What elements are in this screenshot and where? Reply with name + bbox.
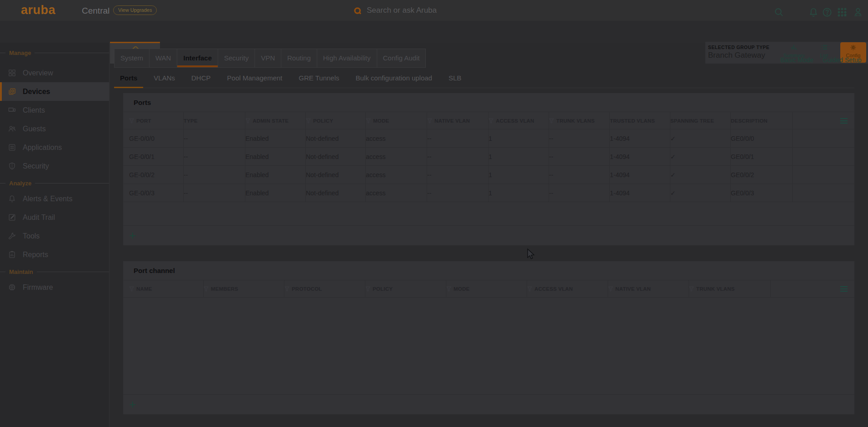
- tab-vpn[interactable]: VPN: [255, 49, 281, 68]
- subtab-vlans[interactable]: VLANs: [148, 71, 181, 88]
- context-bar: UI-BGW-01 Gateways SELECTED GROUP TYPE B…: [0, 21, 868, 43]
- product-name: Central: [82, 6, 110, 16]
- aruba-central-page: aruba Central View Upgrades Search or as…: [0, 0, 868, 427]
- table-row[interactable]: GE-0/0/3 -- Enabled Not-defined access -…: [123, 184, 854, 202]
- filter-funnel-icon[interactable]: [204, 286, 209, 292]
- ports-table-header: PORT TYPE ADMIN STATE POLICY MODE NATIVE…: [123, 112, 854, 129]
- aruba-search-icon: [354, 6, 362, 15]
- aruba-logo: aruba: [21, 3, 55, 17]
- table-row[interactable]: GE-0/0/2 -- Enabled Not-defined access -…: [123, 166, 854, 184]
- spanning-tree-check: ✓: [670, 148, 731, 165]
- port-channel-add-row: +: [123, 394, 854, 414]
- apps-grid-icon[interactable]: [837, 7, 848, 18]
- subtab-dhcp[interactable]: DHCP: [185, 71, 217, 88]
- sidebar-item-reports[interactable]: Reports: [0, 245, 109, 264]
- wrench-icon: [8, 232, 16, 240]
- guided-setup-link[interactable]: Guided Setup: [823, 56, 862, 64]
- group-type-value: Branch Gateway: [708, 51, 765, 60]
- alert-bell-icon: [8, 194, 16, 203]
- sidebar-nav: Manage Overview Devices Clients Guests A…: [0, 43, 110, 427]
- ports-card: Ports PORT TYPE ADMIN STATE POLICY MODE …: [123, 93, 854, 245]
- table-row[interactable]: GE-0/0/0 -- Enabled Not-defined access -…: [123, 129, 854, 148]
- search-placeholder: Search or ask Aruba: [367, 6, 437, 15]
- global-search-input[interactable]: Search or ask Aruba: [354, 5, 490, 15]
- filter-funnel-icon[interactable]: [549, 118, 554, 124]
- sidebar-item-alerts-events[interactable]: Alerts & Events: [0, 189, 109, 208]
- group-type-label: SELECTED GROUP TYPE: [708, 45, 769, 50]
- user-icon[interactable]: [853, 7, 863, 18]
- mouse-cursor: [526, 248, 535, 261]
- add-port-button[interactable]: +: [129, 231, 136, 240]
- port-channel-empty-body: [123, 298, 854, 394]
- ports-add-row: +: [123, 225, 854, 245]
- filter-funnel-icon[interactable]: [306, 118, 311, 124]
- filter-funnel-icon[interactable]: [489, 118, 494, 124]
- sidebar-item-audit-trail[interactable]: Audit Trail: [0, 208, 109, 227]
- sidebar-section-maintain: Maintain: [0, 268, 109, 276]
- ports-card-title: Ports: [123, 93, 854, 112]
- summary-chart-icon: [790, 44, 798, 51]
- tab-config-audit[interactable]: Config Audit: [377, 49, 426, 68]
- devices-icon: [8, 87, 16, 96]
- config-gear-icon: [850, 44, 857, 51]
- clients-icon: [8, 106, 16, 114]
- overview-icon: [8, 69, 16, 77]
- subtab-ports[interactable]: Ports: [114, 71, 143, 88]
- add-port-channel-button[interactable]: +: [129, 400, 136, 409]
- applications-icon: [8, 143, 16, 152]
- spanning-tree-check: ✓: [670, 166, 731, 184]
- sidebar-item-tools[interactable]: Tools: [0, 227, 109, 245]
- subtab-bulk-configuration-upload[interactable]: Bulk configuration upload: [350, 71, 438, 88]
- filter-funnel-icon[interactable]: [427, 118, 432, 124]
- ports-empty-space: [123, 202, 854, 225]
- sidebar-item-guests[interactable]: Guests: [0, 119, 109, 138]
- tab-system[interactable]: System: [114, 49, 150, 68]
- port-channel-table-header: NAME MEMBERS PROTOCOL POLICY MODE ACCESS…: [123, 280, 854, 298]
- guests-icon: [8, 124, 16, 133]
- firmware-chip-icon: [8, 283, 16, 292]
- filter-funnel-icon[interactable]: [527, 286, 532, 292]
- subtab-pool-management[interactable]: Pool Management: [221, 71, 289, 88]
- sidebar-section-analyze: Analyze: [0, 179, 109, 187]
- filter-funnel-icon[interactable]: [284, 286, 289, 292]
- sidebar-item-devices[interactable]: Devices: [0, 82, 109, 101]
- sidebar-item-clients[interactable]: Clients: [0, 101, 109, 119]
- sidebar-section-manage: Manage: [0, 49, 109, 57]
- report-icon: [8, 250, 16, 259]
- sidebar-item-overview[interactable]: Overview: [0, 64, 109, 82]
- config-tabs: System WAN Interface Security VPN Routin…: [114, 49, 426, 68]
- sidebar-item-firmware[interactable]: Firmware: [0, 278, 109, 297]
- filter-funnel-icon[interactable]: [689, 286, 694, 292]
- spanning-tree-check: ✓: [670, 184, 731, 202]
- table-menu-icon[interactable]: [840, 118, 848, 124]
- basic-mode-link[interactable]: Basic Mode: [780, 56, 813, 64]
- bell-icon[interactable]: [808, 7, 819, 18]
- audit-trail-icon: [8, 213, 16, 222]
- filter-funnel-icon[interactable]: [446, 286, 451, 292]
- tab-high-availability[interactable]: High Availability: [317, 49, 377, 68]
- tab-wan[interactable]: WAN: [150, 49, 177, 68]
- filter-funnel-icon[interactable]: [129, 286, 134, 292]
- tab-routing[interactable]: Routing: [281, 49, 317, 68]
- shield-icon: [8, 162, 16, 170]
- filter-funnel-icon[interactable]: [245, 118, 250, 124]
- subtab-gre-tunnels[interactable]: GRE Tunnels: [293, 71, 345, 88]
- subtab-slb[interactable]: SLB: [443, 71, 467, 88]
- port-channel-card: Port channel NAME MEMBERS PROTOCOL POLIC…: [123, 261, 854, 414]
- table-menu-icon[interactable]: [840, 286, 848, 292]
- sidebar-item-applications[interactable]: Applications: [0, 138, 109, 157]
- tab-security[interactable]: Security: [218, 49, 255, 68]
- port-channel-card-title: Port channel: [123, 261, 854, 280]
- top-bar: aruba Central View Upgrades Search or as…: [0, 0, 868, 21]
- filter-funnel-icon[interactable]: [608, 286, 613, 292]
- table-row[interactable]: GE-0/0/1 -- Enabled Not-defined access -…: [123, 148, 854, 166]
- interface-subtabs: Ports VLANs DHCP Pool Management GRE Tun…: [114, 71, 854, 88]
- search-icon[interactable]: [773, 7, 784, 18]
- sidebar-item-security[interactable]: Security: [0, 157, 109, 175]
- filter-funnel-icon[interactable]: [366, 118, 371, 124]
- help-icon[interactable]: [822, 7, 833, 18]
- view-upgrades-button[interactable]: View Upgrades: [113, 5, 157, 15]
- filter-funnel-icon[interactable]: [129, 118, 134, 124]
- tab-interface[interactable]: Interface: [177, 49, 218, 68]
- filter-funnel-icon[interactable]: [365, 286, 370, 292]
